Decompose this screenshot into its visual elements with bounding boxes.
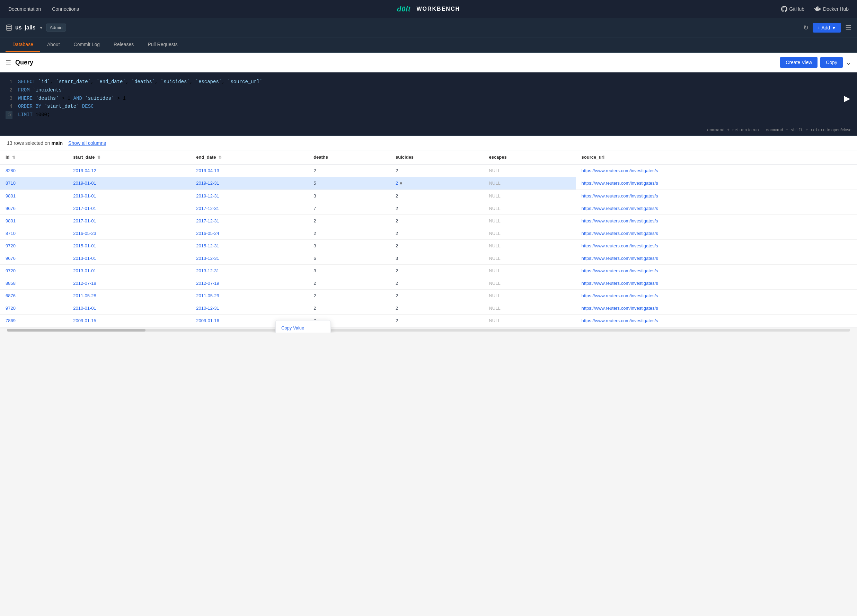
cell-deaths[interactable]: 3 (308, 189, 390, 202)
cell-escapes[interactable]: NULL (483, 314, 576, 327)
cell-escapes[interactable]: NULL (483, 189, 576, 202)
connections-link[interactable]: Connections (52, 6, 79, 12)
cell-start-date[interactable]: 2009-01-15 (68, 314, 190, 327)
code-editor[interactable]: 1 2 3 4 5 SELECT `id`, `start_date`, `en… (0, 73, 857, 125)
tab-pullrequests[interactable]: Pull Requests (141, 37, 184, 52)
cell-escapes[interactable]: NULL (483, 177, 576, 189)
cell-source-url[interactable]: https://www.reuters.com/investigates/s (576, 252, 857, 264)
cell-suicides[interactable]: 2 (390, 314, 483, 327)
cell-deaths[interactable]: 7 (308, 202, 390, 214)
cell-deaths[interactable]: 2 (308, 277, 390, 289)
cell-escapes[interactable]: NULL (483, 164, 576, 177)
cell-start-date[interactable]: 2017-01-01 (68, 214, 190, 227)
cell-suicides[interactable]: 2 (390, 189, 483, 202)
cell-deaths[interactable]: 2 (308, 164, 390, 177)
horizontal-scrollbar[interactable] (0, 327, 857, 333)
cell-menu-trigger[interactable]: ≡ (399, 181, 402, 186)
cell-start-date[interactable]: 2011-05-28 (68, 289, 190, 302)
hamburger-menu-button[interactable]: ☰ (845, 23, 851, 32)
create-view-button[interactable]: Create View (780, 57, 817, 68)
cell-start-date[interactable]: 2017-01-01 (68, 202, 190, 214)
refresh-button[interactable]: ↻ (803, 24, 809, 31)
cell-escapes[interactable]: NULL (483, 239, 576, 252)
cell-source-url[interactable]: https://www.reuters.com/investigates/s (576, 189, 857, 202)
cell-escapes[interactable]: NULL (483, 202, 576, 214)
cell-id[interactable]: 7869 (0, 314, 68, 327)
cell-start-date[interactable]: 2019-01-01 (68, 189, 190, 202)
cell-source-url[interactable]: https://www.reuters.com/investigates/s (576, 214, 857, 227)
cell-source-url[interactable]: https://www.reuters.com/investigates/s (576, 289, 857, 302)
col-header-id[interactable]: id ⇅ (0, 150, 68, 164)
cell-deaths[interactable]: 2 (308, 214, 390, 227)
col-header-start-date[interactable]: start_date ⇅ (68, 150, 190, 164)
tab-releases[interactable]: Releases (107, 37, 141, 52)
cell-id[interactable]: 8710 (0, 177, 68, 189)
documentation-link[interactable]: Documentation (8, 6, 41, 12)
cell-escapes[interactable]: NULL (483, 302, 576, 314)
cell-end-date[interactable]: 2019-12-31 (190, 177, 308, 189)
cell-escapes[interactable]: NULL (483, 289, 576, 302)
cell-end-date[interactable]: 2015-12-31 (190, 239, 308, 252)
copy-button[interactable]: Copy (820, 57, 843, 68)
collapse-button[interactable]: ⌄ (846, 58, 851, 67)
cell-end-date[interactable]: 2019-04-13 (190, 164, 308, 177)
query-menu-icon[interactable]: ☰ (6, 59, 11, 66)
cell-end-date[interactable]: 2019-12-31 (190, 189, 308, 202)
cell-source-url[interactable]: https://www.reuters.com/investigates/s (576, 239, 857, 252)
cell-source-url[interactable]: https://www.reuters.com/investigates/s (576, 264, 857, 277)
cell-id[interactable]: 8280 (0, 164, 68, 177)
cell-start-date[interactable]: 2013-01-01 (68, 264, 190, 277)
cell-id[interactable]: 8710 (0, 227, 68, 239)
cell-deaths[interactable]: 5 (308, 177, 390, 189)
cell-suicides[interactable]: 2 (390, 164, 483, 177)
cell-suicides[interactable]: 2 (390, 264, 483, 277)
col-header-suicides[interactable]: suicides (390, 150, 483, 164)
github-link[interactable]: GitHub (781, 6, 805, 12)
cell-id[interactable]: 9720 (0, 239, 68, 252)
cell-id[interactable]: 8858 (0, 277, 68, 289)
cell-source-url[interactable]: https://www.reuters.com/investigates/s (576, 227, 857, 239)
cell-start-date[interactable]: 2019-01-01 (68, 177, 190, 189)
col-header-end-date[interactable]: end_date ⇅ (190, 150, 308, 164)
cell-deaths[interactable]: 2 (308, 302, 390, 314)
cell-end-date[interactable]: 2017-12-31 (190, 202, 308, 214)
tab-database[interactable]: Database (6, 37, 40, 52)
cell-source-url[interactable]: https://www.reuters.com/investigates/s (576, 177, 857, 189)
cell-suicides[interactable]: 2 (390, 214, 483, 227)
cell-end-date[interactable]: 2012-07-19 (190, 277, 308, 289)
cell-escapes[interactable]: NULL (483, 252, 576, 264)
cell-escapes[interactable]: NULL (483, 227, 576, 239)
cell-id[interactable]: 9720 (0, 264, 68, 277)
cell-source-url[interactable]: https://www.reuters.com/investigates/s (576, 302, 857, 314)
cell-suicides[interactable]: 2 (390, 277, 483, 289)
col-header-source-url[interactable]: source_url (576, 150, 857, 164)
cell-id[interactable]: 6876 (0, 289, 68, 302)
col-header-deaths[interactable]: deaths (308, 150, 390, 164)
cell-end-date[interactable]: 2011-05-29 (190, 289, 308, 302)
cell-deaths[interactable]: 3 (308, 264, 390, 277)
cell-deaths[interactable]: 2 (308, 227, 390, 239)
cell-id[interactable]: 9676 (0, 252, 68, 264)
cell-escapes[interactable]: NULL (483, 277, 576, 289)
cell-start-date[interactable]: 2016-05-23 (68, 227, 190, 239)
cell-end-date[interactable]: 2010-12-31 (190, 302, 308, 314)
cell-start-date[interactable]: 2019-04-12 (68, 164, 190, 177)
cell-suicides[interactable]: 2 (390, 227, 483, 239)
cell-start-date[interactable]: 2015-01-01 (68, 239, 190, 252)
cell-escapes[interactable]: NULL (483, 264, 576, 277)
cell-suicides[interactable]: 2 (390, 302, 483, 314)
run-button[interactable]: ▶ (844, 94, 850, 103)
scrollbar-thumb[interactable] (7, 329, 145, 331)
cell-suicides[interactable]: 3 (390, 252, 483, 264)
docker-link[interactable]: Docker Hub (814, 6, 849, 12)
cell-deaths[interactable]: 2 (308, 289, 390, 302)
cell-start-date[interactable]: 2010-01-01 (68, 302, 190, 314)
admin-badge[interactable]: Admin (46, 23, 67, 31)
cell-escapes[interactable]: NULL (483, 214, 576, 227)
cell-id[interactable]: 9676 (0, 202, 68, 214)
cell-end-date[interactable]: 2017-12-31 (190, 214, 308, 227)
db-dropdown-arrow[interactable]: ▼ (39, 25, 43, 30)
cell-suicides[interactable]: 2 (390, 202, 483, 214)
tab-about[interactable]: About (40, 37, 67, 52)
cell-source-url[interactable]: https://www.reuters.com/investigates/s (576, 202, 857, 214)
